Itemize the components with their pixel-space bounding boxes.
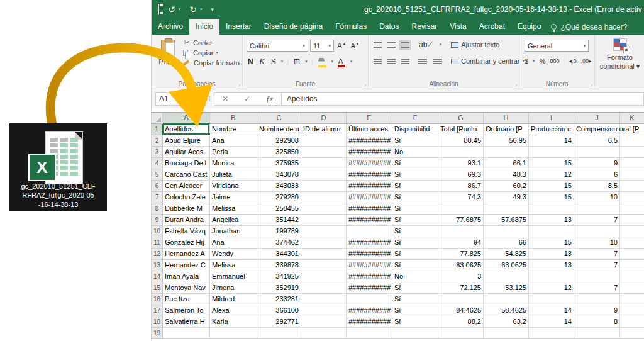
cell-K5[interactable] — [620, 169, 644, 181]
cell-C2[interactable]: 292908 — [257, 135, 301, 147]
cell-D1[interactable]: ID de alumn — [301, 124, 347, 135]
col-header-I[interactable]: I — [529, 113, 574, 124]
name-box-dropdown-icon[interactable]: ▾ — [199, 96, 202, 101]
cell-A18[interactable]: Salvatierra H — [163, 316, 210, 328]
cell-H7[interactable]: 49.3 — [484, 192, 529, 203]
cell-D9[interactable] — [301, 215, 347, 226]
decrease-decimal-icon[interactable]: .00▸ — [580, 58, 591, 64]
cell-K16[interactable] — [620, 294, 644, 305]
cell-F18[interactable]: Sí — [392, 316, 438, 328]
cell-H19[interactable] — [484, 328, 529, 339]
cell-K18[interactable] — [620, 316, 644, 328]
undo-icon[interactable]: ↺ — [168, 5, 175, 14]
cell-C14[interactable]: 341925 — [257, 271, 301, 282]
cell-K19[interactable] — [620, 328, 644, 339]
align-bottom-icon[interactable] — [401, 42, 409, 48]
cell-A19[interactable] — [163, 328, 210, 339]
cell-D17[interactable] — [301, 305, 347, 316]
row-header-7[interactable]: 7 — [152, 192, 163, 203]
cell-G12[interactable]: 77.825 — [438, 249, 484, 260]
align-middle-icon[interactable] — [387, 42, 396, 48]
decrease-indent-icon[interactable] — [418, 59, 427, 64]
cell-C19[interactable] — [257, 328, 301, 339]
cell-A17[interactable]: Salmeron To — [163, 305, 210, 316]
font-name-combo[interactable]: Calibri▾ — [247, 40, 308, 52]
cell-F6[interactable]: Sí — [392, 181, 438, 192]
cell-K13[interactable] — [620, 260, 644, 271]
cell-E15[interactable]: ########### — [347, 282, 392, 294]
col-header-F[interactable]: F — [392, 113, 438, 124]
orientation-icon[interactable]: ab⟋ — [418, 40, 434, 49]
cell-B19[interactable] — [210, 328, 257, 339]
cell-I15[interactable]: 12 — [529, 282, 574, 294]
cell-G7[interactable]: 74.3 — [438, 192, 484, 203]
cell-D15[interactable] — [301, 282, 347, 294]
cell-J6[interactable]: 8.5 — [574, 181, 620, 192]
cell-C17[interactable]: 366100 — [257, 305, 301, 316]
cell-C12[interactable]: 344301 — [257, 249, 301, 260]
cell-J15[interactable]: 7 — [574, 282, 620, 294]
cell-A14[interactable]: Iman Ayala — [163, 271, 210, 282]
cell-F11[interactable]: Sí — [392, 237, 438, 249]
cell-J2[interactable]: 6.5 — [574, 135, 620, 147]
row-header-17[interactable]: 17 — [152, 305, 163, 316]
formula-input[interactable]: Apellidos — [282, 92, 644, 106]
cell-K4[interactable] — [620, 158, 644, 169]
redo-icon[interactable]: ↻ — [189, 5, 197, 14]
cell-D6[interactable] — [301, 181, 347, 192]
cell-F17[interactable]: Sí — [392, 305, 438, 316]
cell-I3[interactable] — [529, 147, 574, 158]
cell-F16[interactable]: Sí — [392, 294, 438, 305]
merge-center-button[interactable]: Combinar y centrar▾ — [451, 57, 525, 65]
cell-I4[interactable]: 15 — [529, 158, 574, 169]
cell-C13[interactable]: 339878 — [257, 260, 301, 271]
cell-C15[interactable]: 352919 — [257, 282, 301, 294]
cell-F12[interactable]: Sí — [392, 249, 438, 260]
cell-G2[interactable]: 80.45 — [438, 135, 484, 147]
col-header-D[interactable]: D — [301, 113, 347, 124]
row-header-2[interactable]: 2 — [152, 135, 163, 147]
tab-f-rmulas[interactable]: Fórmulas — [329, 19, 373, 35]
align-right-icon[interactable] — [401, 59, 409, 64]
cell-E1[interactable]: Último acces — [347, 124, 392, 135]
cell-F9[interactable]: Sí — [392, 215, 438, 226]
cell-H6[interactable]: 60.2 — [484, 181, 529, 192]
cell-K12[interactable] — [620, 249, 644, 260]
cell-E18[interactable]: ########### — [347, 316, 392, 328]
cell-K2[interactable] — [620, 135, 644, 147]
cell-D19[interactable] — [301, 328, 347, 339]
cell-E9[interactable]: ########### — [347, 215, 392, 226]
italic-button[interactable]: K — [258, 57, 266, 66]
row-header-18[interactable]: 18 — [152, 316, 163, 328]
cell-H16[interactable] — [484, 294, 529, 305]
font-dialog-launcher-icon[interactable]: ⌟ — [364, 81, 366, 87]
align-left-icon[interactable] — [374, 59, 382, 64]
percent-format-icon[interactable]: % — [540, 57, 546, 65]
cell-B3[interactable]: Perla — [210, 147, 257, 158]
cell-K15[interactable] — [620, 282, 644, 294]
cell-J1[interactable]: Comprension oral [P — [574, 124, 620, 135]
cell-B10[interactable]: Jonathan — [210, 226, 257, 237]
cell-G11[interactable]: 94 — [438, 237, 484, 249]
cell-G19[interactable] — [438, 328, 484, 339]
cancel-icon[interactable]: ✕ — [222, 94, 228, 103]
cell-H3[interactable] — [484, 147, 529, 158]
cell-F15[interactable]: Sí — [392, 282, 438, 294]
wrap-text-button[interactable]: Ajustar texto — [451, 41, 499, 48]
formula-bar-grip[interactable]: ⁞ — [209, 96, 211, 103]
cell-C6[interactable]: 343033 — [257, 181, 301, 192]
cell-B16[interactable]: Mildred — [210, 294, 257, 305]
comma-format-icon[interactable]: 000 — [550, 58, 559, 64]
tab-equipo[interactable]: Equipo — [511, 19, 547, 35]
cell-H13[interactable]: 63.0625 — [484, 260, 529, 271]
fill-handle[interactable] — [208, 133, 211, 136]
cell-H2[interactable]: 56.95 — [484, 135, 529, 147]
tab-acrobat[interactable]: Acrobat — [473, 19, 511, 35]
font-color-icon[interactable]: A — [337, 57, 347, 67]
cell-C3[interactable]: 325850 — [257, 147, 301, 158]
cell-B13[interactable]: Melissa — [210, 260, 257, 271]
col-header-A[interactable]: A — [163, 113, 210, 124]
cell-A12[interactable]: Hernandez A — [163, 249, 210, 260]
cell-J14[interactable] — [574, 271, 620, 282]
cell-K11[interactable] — [620, 237, 644, 249]
